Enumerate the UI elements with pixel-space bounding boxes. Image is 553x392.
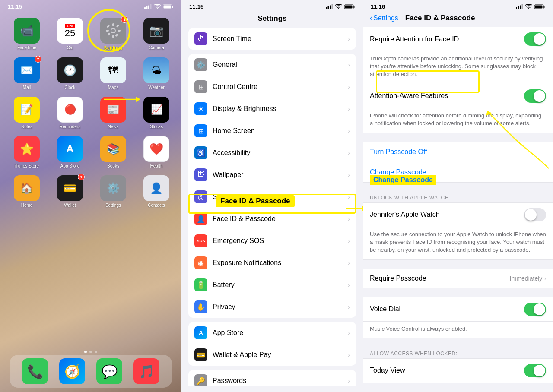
faceid-page-title: Face ID & Passcode <box>405 14 475 22</box>
chevron-icon: › <box>348 83 350 90</box>
chevron-icon: › <box>348 329 350 336</box>
chevron-icon: › <box>348 61 350 68</box>
svg-rect-1 <box>146 6 148 9</box>
dock-music[interactable]: 🎵 <box>133 358 159 384</box>
app-health[interactable]: ❤️ Health <box>139 136 174 168</box>
settings-row-general[interactable]: ⚙️ General › <box>188 54 356 76</box>
settings-row-wallpaper[interactable]: 🖼 Wallpaper › <box>188 164 356 186</box>
back-chevron-icon: ‹ <box>370 13 372 22</box>
svg-rect-29 <box>518 6 519 9</box>
signal-icon-2 <box>326 4 333 9</box>
change-passcode-row[interactable]: Change Passcode <box>363 162 553 182</box>
faceid-icon: 👤 <box>194 212 207 225</box>
settings-row-screen-time[interactable]: ⏱ Screen Time › <box>188 28 356 50</box>
faceid-time: 11:16 <box>371 3 385 10</box>
app-mail[interactable]: ✉️ 2 Mail <box>10 57 44 90</box>
turn-passcode-off-row[interactable]: Turn Passcode Off <box>363 142 553 162</box>
dock-safari[interactable]: 🧭 <box>59 358 85 384</box>
home-time: 11:15 <box>8 3 22 10</box>
accessibility-icon: ♿ <box>194 146 207 159</box>
dot-inactive-2 <box>95 351 97 353</box>
app-notes[interactable]: 📝 Notes <box>10 97 44 129</box>
dock-phone[interactable]: 📞 <box>22 358 48 384</box>
faceid-status-icons <box>516 4 545 9</box>
settings-row-wallet[interactable]: 💳 Wallet & Apple Pay › <box>188 344 356 366</box>
sos-icon: SOS <box>194 234 207 247</box>
app-maps[interactable]: 🗺 Maps <box>96 57 130 90</box>
settings-row-privacy[interactable]: ✋ Privacy › <box>188 296 356 318</box>
app-stocks[interactable]: 📈 Stocks <box>139 97 174 129</box>
svg-rect-22 <box>332 4 333 9</box>
settings-row-app-store[interactable]: A App Store › <box>188 322 356 344</box>
chevron-icon: › <box>348 237 350 244</box>
svg-rect-25 <box>345 5 353 8</box>
app-reminders[interactable]: 🔴 Reminders <box>53 97 87 129</box>
require-passcode-row[interactable]: Require Passcode Immediately › <box>363 269 553 288</box>
settings-row-battery[interactable]: 🔋 Battery › <box>188 274 356 296</box>
app-wallet[interactable]: 💳 1 Wallet <box>53 175 87 208</box>
attention-aware-toggle[interactable] <box>524 89 546 103</box>
dock-messages[interactable]: 💬 <box>96 358 122 384</box>
app-news[interactable]: 📰 News <box>96 97 130 129</box>
chevron-icon: › <box>348 351 350 358</box>
dock-inner: 📞 🧭 💬 🎵 <box>10 355 172 388</box>
svg-rect-20 <box>328 6 329 9</box>
app-clock[interactable]: 🕐 Clock <box>53 57 87 90</box>
app-books[interactable]: 📚 Books <box>96 136 130 168</box>
apple-watch-row: Jennifer's Apple Watch <box>363 203 553 227</box>
siri-icon: ◎ <box>194 190 207 203</box>
settings-nav-title: Settings <box>181 12 363 28</box>
chevron-icon: › <box>348 127 350 134</box>
app-dock: 📞 🧭 💬 🎵 <box>10 355 172 388</box>
app-settings2[interactable]: ⚙️ Settings <box>96 175 130 208</box>
allow-access-section: Today View <box>363 358 553 383</box>
settings-row-siri[interactable]: ◎ Siri & Search › <box>188 186 356 208</box>
app-appstore[interactable]: A App Store <box>53 136 87 168</box>
settings-highlight-ring <box>87 9 130 52</box>
settings-section-main: ⚙️ General › ⊞ Control Centre › ☀ Displa… <box>188 54 356 318</box>
faceid-panel: 11:16 ‹ Settings <box>363 0 553 392</box>
svg-rect-21 <box>330 5 331 9</box>
app-home[interactable]: 🏠 Home <box>10 175 44 208</box>
svg-rect-31 <box>522 4 523 9</box>
back-button[interactable]: ‹ Settings <box>370 13 398 22</box>
app-store-settings-icon: A <box>194 326 207 339</box>
battery-icon-3 <box>534 4 545 9</box>
voice-dial-toggle[interactable] <box>524 303 546 316</box>
back-label: Settings <box>373 14 398 22</box>
today-view-toggle[interactable] <box>524 364 546 377</box>
attention-aware-row: Attention-Aware Features <box>363 84 553 108</box>
settings-row-home-screen[interactable]: ⊞ Home Screen › <box>188 120 356 142</box>
apple-watch-toggle[interactable] <box>524 208 546 221</box>
svg-rect-2 <box>148 5 149 9</box>
dot-inactive-1 <box>89 351 92 353</box>
settings-row-faceid[interactable]: 👤 Face ID & Passcode › <box>188 208 356 230</box>
settings-row-exposure[interactable]: ◉ Exposure Notifications › <box>188 252 356 274</box>
settings-row-display[interactable]: ☀ Display & Brightness › <box>188 98 356 120</box>
home-screen-icon: ⊞ <box>194 124 207 137</box>
app-facetime[interactable]: 📹 FaceTime <box>10 18 44 51</box>
app-settings-wrapper[interactable]: 1 Settings <box>96 18 130 51</box>
control-centre-icon: ⊞ <box>194 80 207 93</box>
settings-section-passwords: 🔑 Passwords › <box>188 370 356 386</box>
settings-row-passwords[interactable]: 🔑 Passwords › <box>188 370 356 386</box>
voice-dial-section: Voice Dial Music Voice Control is always… <box>363 297 553 338</box>
app-weather[interactable]: 🌤 Weather <box>139 57 174 90</box>
chevron-icon: › <box>348 215 350 222</box>
settings-section-screen-time: ⏱ Screen Time › <box>188 28 356 50</box>
settings-row-sos[interactable]: SOS Emergency SOS › <box>188 230 356 252</box>
svg-rect-5 <box>172 6 173 8</box>
wifi-icon-3 <box>525 4 532 9</box>
svg-rect-3 <box>150 4 152 9</box>
app-contacts[interactable]: 👤 Contacts <box>139 175 174 208</box>
battery-icon <box>163 4 174 9</box>
apple-watch-desc: Use the secure connection to your Apple … <box>363 227 553 259</box>
settings-row-control-centre[interactable]: ⊞ Control Centre › <box>188 76 356 98</box>
app-calendar[interactable]: FRI 25 Cal <box>53 18 87 51</box>
app-itunes[interactable]: ⭐ iTunes Store <box>10 136 44 168</box>
require-attention-toggle[interactable] <box>524 32 546 46</box>
settings-row-accessibility[interactable]: ♿ Accessibility › <box>188 142 356 164</box>
svg-rect-30 <box>520 5 521 9</box>
faceid-status-bar: 11:16 <box>363 0 553 12</box>
app-camera[interactable]: 📷 Camera <box>139 18 174 51</box>
